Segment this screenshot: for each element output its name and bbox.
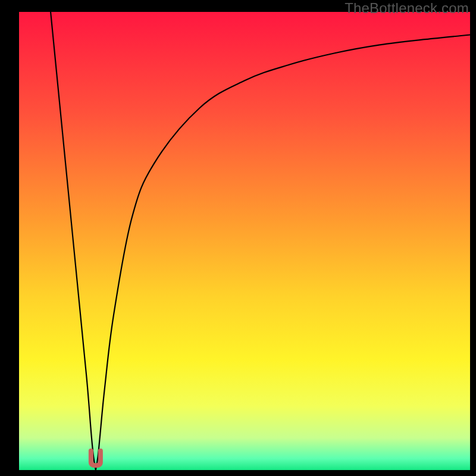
chart-frame: TheBottleneck.com xyxy=(0,0,476,476)
watermark-text: TheBottleneck.com xyxy=(345,0,469,17)
bottleneck-chart xyxy=(0,0,476,476)
